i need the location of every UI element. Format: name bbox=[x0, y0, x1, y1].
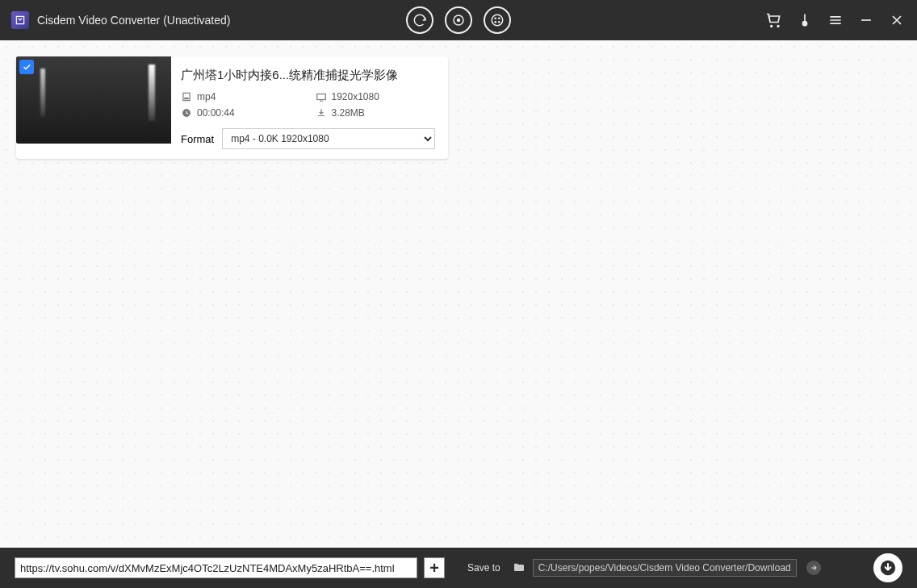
svg-point-4 bbox=[498, 17, 500, 19]
thermometer-icon[interactable] bbox=[796, 11, 814, 29]
svg-point-7 bbox=[804, 23, 806, 25]
svg-point-5 bbox=[494, 21, 496, 23]
format-ext: mp4 bbox=[197, 91, 216, 102]
svg-point-2 bbox=[492, 15, 503, 26]
format-select[interactable]: mp4 - 0.0K 1920x1080 bbox=[222, 128, 435, 149]
download-tab-icon[interactable] bbox=[484, 6, 511, 34]
svg-rect-10 bbox=[316, 94, 325, 100]
folder-icon[interactable] bbox=[512, 561, 526, 575]
format-label: Format bbox=[181, 133, 214, 145]
meta-duration: 00:00:44 bbox=[181, 107, 301, 119]
svg-point-6 bbox=[498, 21, 500, 23]
card-body: 广州塔1小时内接6...统精准捕捉光学影像 mp4 1920x1080 00:0… bbox=[171, 56, 448, 159]
titlebar: Cisdem Video Converter (Unactivated) bbox=[0, 0, 917, 40]
app-logo bbox=[11, 11, 29, 29]
save-path[interactable]: C:/Users/popes/Videos/Cisdem Video Conve… bbox=[533, 559, 797, 577]
close-icon[interactable] bbox=[888, 11, 906, 29]
meta-size: 3.28MB bbox=[316, 107, 436, 119]
url-input[interactable] bbox=[15, 557, 417, 578]
svg-point-3 bbox=[494, 17, 496, 19]
add-url-button[interactable]: + bbox=[424, 557, 445, 578]
meta-resolution: 1920x1080 bbox=[316, 91, 436, 102]
cart-icon[interactable] bbox=[765, 11, 783, 29]
open-folder-button[interactable] bbox=[806, 561, 821, 575]
svg-point-1 bbox=[458, 19, 460, 22]
minimize-icon[interactable] bbox=[857, 11, 875, 29]
app-title: Cisdem Video Converter (Unactivated) bbox=[37, 14, 230, 27]
svg-rect-8 bbox=[183, 93, 190, 100]
convert-tab-icon[interactable] bbox=[406, 6, 433, 34]
content-area: 广州塔1小时内接6...统精准捕捉光学影像 mp4 1920x1080 00:0… bbox=[0, 40, 917, 548]
video-card: 广州塔1小时内接6...统精准捕捉光学影像 mp4 1920x1080 00:0… bbox=[16, 56, 448, 159]
resolution-value: 1920x1080 bbox=[332, 91, 379, 102]
video-thumbnail[interactable] bbox=[16, 56, 171, 144]
save-to-label: Save to bbox=[467, 562, 500, 573]
bottombar: + Save to C:/Users/popes/Videos/Cisdem V… bbox=[0, 548, 917, 588]
rip-tab-icon[interactable] bbox=[445, 6, 472, 34]
select-checkbox[interactable] bbox=[19, 60, 34, 74]
svg-rect-9 bbox=[185, 98, 189, 99]
duration-value: 00:00:44 bbox=[197, 107, 235, 119]
size-value: 3.28MB bbox=[332, 107, 365, 119]
video-title: 广州塔1小时内接6...统精准捕捉光学影像 bbox=[181, 68, 435, 83]
menu-icon[interactable] bbox=[827, 11, 844, 29]
mode-tabs bbox=[406, 6, 511, 34]
start-download-button[interactable] bbox=[873, 553, 902, 582]
meta-format: mp4 bbox=[181, 91, 301, 102]
